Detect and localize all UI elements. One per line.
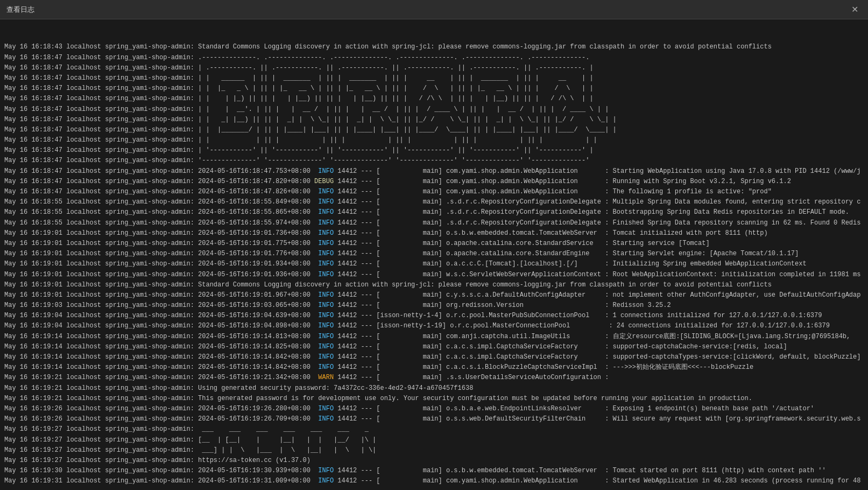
log-line: May 16 16:18:47 localhost spring_yami-sh… xyxy=(4,125,864,135)
log-line: May 16 16:19:14 localhost spring_yami-sh… xyxy=(4,332,864,342)
log-line: May 16 16:18:47 localhost spring_yami-sh… xyxy=(4,135,864,145)
log-line: May 16 16:19:04 localhost spring_yami-sh… xyxy=(4,311,864,321)
log-container[interactable]: May 16 16:18:43 localhost spring_yami-sh… xyxy=(0,19,868,490)
log-line: May 16 16:18:47 localhost spring_yami-sh… xyxy=(4,156,864,166)
log-line: May 16 16:18:55 localhost spring_yami-sh… xyxy=(4,207,864,218)
log-line: May 16 16:19:21 localhost spring_yami-sh… xyxy=(4,394,864,404)
log-line: May 16 16:19:14 localhost spring_yami-sh… xyxy=(4,362,864,373)
log-line: May 16 16:19:30 localhost spring_yami-sh… xyxy=(4,466,864,476)
log-line: May 16 16:19:31 localhost spring_yami-sh… xyxy=(4,476,864,486)
log-line: May 16 16:19:26 localhost spring_yami-sh… xyxy=(4,414,864,424)
log-line: May 16 16:18:55 localhost spring_yami-sh… xyxy=(4,197,864,207)
log-line: May 16 16:18:55 localhost spring_yami-sh… xyxy=(4,218,864,228)
log-line: May 16 16:18:47 localhost spring_yami-sh… xyxy=(4,177,864,187)
log-line: May 16 16:19:01 localhost spring_yami-sh… xyxy=(4,270,864,280)
log-line: May 16 16:19:27 localhost spring_yami-sh… xyxy=(4,435,864,445)
log-line: May 16 16:19:26 localhost spring_yami-sh… xyxy=(4,404,864,414)
log-line: May 16 16:18:47 localhost spring_yami-sh… xyxy=(4,187,864,197)
log-line: May 16 16:19:27 localhost spring_yami-sh… xyxy=(4,445,864,456)
log-line: May 16 16:18:47 localhost spring_yami-sh… xyxy=(4,115,864,125)
log-line: May 16 16:19:21 localhost spring_yami-sh… xyxy=(4,373,864,383)
log-line: May 16 16:19:01 localhost spring_yami-sh… xyxy=(4,249,864,259)
log-line: May 16 16:18:47 localhost spring_yami-sh… xyxy=(4,53,864,63)
log-line: May 16 16:19:04 localhost spring_yami-sh… xyxy=(4,321,864,331)
window-title: 查看日志 xyxy=(6,5,34,15)
log-line: May 16 16:18:47 localhost spring_yami-sh… xyxy=(4,73,864,83)
log-line: May 16 16:19:01 localhost spring_yami-sh… xyxy=(4,290,864,300)
log-line: May 16 16:18:47 localhost spring_yami-sh… xyxy=(4,104,864,115)
log-line: May 16 16:19:03 localhost spring_yami-sh… xyxy=(4,300,864,311)
log-window: 查看日志 ✕ May 16 16:18:43 localhost spring_… xyxy=(0,0,868,490)
log-line: May 16 16:19:14 localhost spring_yami-sh… xyxy=(4,342,864,352)
log-line: May 16 16:18:43 localhost spring_yami-sh… xyxy=(4,42,864,52)
log-line: May 16 16:18:47 localhost spring_yami-sh… xyxy=(4,83,864,94)
log-line: May 16 16:19:01 localhost spring_yami-sh… xyxy=(4,259,864,269)
log-line: May 16 16:19:14 localhost spring_yami-sh… xyxy=(4,352,864,362)
log-line: May 16 16:19:01 localhost spring_yami-sh… xyxy=(4,228,864,239)
log-line: May 16 16:18:47 localhost spring_yami-sh… xyxy=(4,166,864,177)
log-line: May 16 16:19:27 localhost spring_yami-sh… xyxy=(4,456,864,466)
log-line: May 16 16:18:47 localhost spring_yami-sh… xyxy=(4,145,864,156)
log-line: May 16 16:18:47 localhost spring_yami-sh… xyxy=(4,94,864,104)
title-bar: 查看日志 ✕ xyxy=(0,0,868,19)
log-line: May 16 16:19:01 localhost spring_yami-sh… xyxy=(4,280,864,290)
log-line: May 16 16:18:47 localhost spring_yami-sh… xyxy=(4,63,864,73)
log-line: May 16 16:19:01 localhost spring_yami-sh… xyxy=(4,239,864,249)
log-line: May 16 16:19:27 localhost spring_yami-sh… xyxy=(4,424,864,435)
close-button[interactable]: ✕ xyxy=(848,3,862,16)
log-line: May 16 16:19:21 localhost spring_yami-sh… xyxy=(4,383,864,394)
